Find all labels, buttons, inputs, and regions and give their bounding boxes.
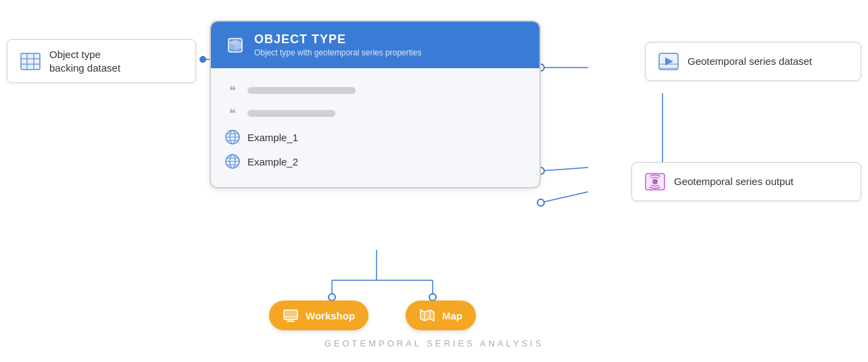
globe-icon-2: [224, 153, 241, 170]
card-title: OBJECT TYPE: [254, 32, 421, 47]
left-box-label: Object type backing dataset: [49, 48, 120, 74]
placeholder-bar-1: [247, 87, 356, 94]
card-header: OBJECT TYPE Object type with geotemporal…: [211, 22, 539, 68]
workshop-icon: [283, 307, 299, 324]
dataset-icon: [20, 51, 41, 72]
card-row-3: Example_1: [224, 125, 526, 149]
card-row-2: ❝: [224, 102, 526, 125]
svg-rect-39: [284, 310, 297, 319]
svg-marker-43: [420, 310, 434, 321]
left-box: Object type backing dataset: [7, 39, 196, 83]
svg-point-16: [429, 294, 436, 301]
footer-label: GEOTEMPORAL SERIES ANALYSIS: [324, 338, 544, 348]
svg-point-38: [652, 179, 658, 184]
svg-rect-28: [21, 53, 40, 70]
svg-line-7: [541, 167, 588, 171]
card-subtitle: Object type with geotemporal series prop…: [254, 48, 421, 57]
right-box-output: Geotemporal series output: [631, 162, 861, 201]
object-type-card: OBJECT TYPE Object type with geotemporal…: [210, 20, 541, 188]
workshop-label: Workshop: [306, 310, 355, 321]
field-label-2: Example_2: [247, 156, 298, 167]
geotemporal-output-icon: [644, 171, 666, 192]
svg-point-14: [329, 294, 335, 301]
svg-line-9: [541, 192, 588, 203]
svg-point-10: [537, 199, 544, 206]
map-label: Map: [442, 310, 462, 321]
field-label-1: Example_1: [247, 132, 298, 143]
map-icon: [419, 307, 435, 324]
right-box-dataset-label: Geotemporal series dataset: [688, 55, 812, 68]
map-pill[interactable]: Map: [406, 301, 476, 330]
placeholder-bar-2: [247, 110, 335, 117]
svg-point-1: [199, 56, 206, 63]
card-row-1: ❝: [224, 79, 526, 102]
globe-icon-1: [224, 129, 241, 145]
right-box-output-label: Geotemporal series output: [674, 175, 794, 188]
card-header-text: OBJECT TYPE Object type with geotemporal…: [254, 32, 421, 57]
workshop-pill[interactable]: Workshop: [269, 301, 368, 330]
card-body: ❝ ❝ Example_1: [211, 68, 539, 187]
quote-icon-2: ❝: [224, 106, 241, 121]
cube-icon: [224, 34, 246, 56]
quote-icon-1: ❝: [224, 83, 241, 98]
geotemporal-dataset-icon: [658, 51, 679, 72]
card-row-4: Example_2: [224, 149, 526, 174]
right-box-dataset: Geotemporal series dataset: [645, 42, 861, 81]
